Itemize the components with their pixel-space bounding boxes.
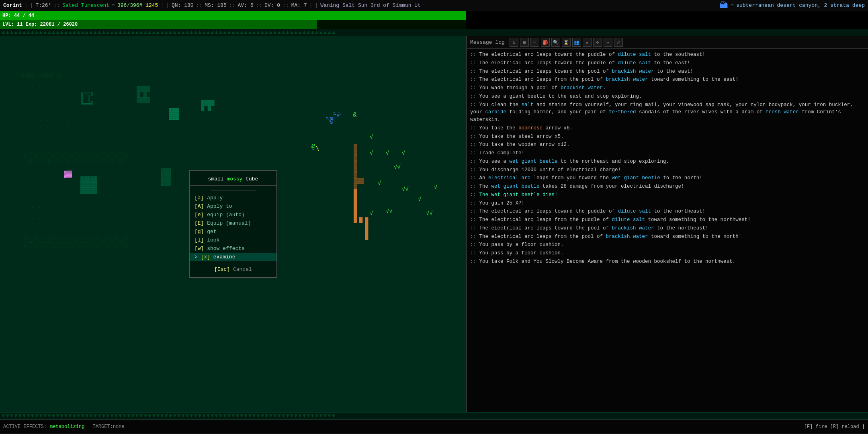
context-equipauto-label: equip (auto) [207, 212, 245, 218]
context-applyto-key: [A] [194, 203, 204, 209]
msg-13: :: You discharge 12000 units of electric… [470, 166, 865, 174]
context-equipmanual-label: Equip (manual) [207, 220, 251, 226]
msg-4: :: The electrical arc leaps from the poo… [470, 76, 865, 84]
msg-3: :: The electrical arc leaps toward the p… [470, 68, 865, 76]
toolbar-icon-hourglass[interactable]: ⌛ [562, 38, 571, 47]
context-equipauto-key: [e] [194, 212, 204, 218]
msg-6: :: You see a giant beetle to the east an… [470, 93, 865, 100]
map-border-top: ▲▲▲▲▲▲▲▲▲▲▲▲▲▲▲▲▲▲▲▲▲▲▲▲▲▲▲▲▲▲▲▲▲▲▲▲▲▲▲▲… [0, 29, 868, 36]
context-examine-key: [x] [201, 254, 210, 260]
hp-bar: HP: 44 / 44 [0, 11, 466, 20]
toolbar-icon-expand[interactable]: ⤢ [614, 38, 623, 47]
msg-21: :: The electrical arc leaps from the poo… [470, 233, 865, 241]
toolbar-icon-star[interactable]: ★ [583, 38, 592, 47]
context-examine[interactable]: > [x] examine [190, 253, 276, 261]
context-title-color-word: mossy [227, 176, 242, 182]
context-cancel[interactable]: [Esc] Cancel [190, 265, 276, 274]
effects-value: metabolizing [50, 424, 84, 430]
sep6: | [166, 2, 169, 8]
sep8: :: [229, 2, 235, 8]
msg-9: :: You take the steel arrow x5. [470, 133, 865, 141]
ms-stat: MS: 185 [205, 2, 227, 8]
sep12: | [315, 2, 318, 8]
context-examine-label: examine [213, 254, 235, 260]
msg-18: :: The electrical arc leaps toward the p… [470, 208, 865, 215]
message-log-title: Message log [470, 39, 505, 45]
effects-target-value: none [113, 424, 125, 430]
game-viewport: ░░░▒▒░░░▒▒▒░░░ ▒░▒░░▒░▒░░▒▒░░ · · · · · … [0, 36, 466, 412]
location-text: subterranean desert canyon, 2 strata dee… [736, 2, 865, 8]
hp-bar-fill [0, 11, 466, 20]
sep11: | [309, 2, 313, 8]
top-status-bar: Corint | | T:26° :: Sated Tumescent = 39… [0, 0, 868, 11]
sep13: = [731, 2, 734, 8]
toolbar-icon-refresh[interactable]: ↻ [510, 38, 518, 47]
msg-12: :: You see a wet giant beetle to the nor… [470, 158, 865, 166]
ma-stat: MA: 7 [291, 2, 307, 8]
context-apply-label: apply [207, 195, 223, 201]
location-icon: 🏔 [719, 0, 728, 11]
context-bottom-divider [190, 263, 276, 263]
sep4: = [112, 2, 115, 8]
msg-16: :: The wet giant beetle dies! [470, 191, 865, 199]
sep1: | [25, 2, 28, 8]
sep9: :: [256, 2, 262, 8]
context-look-key: [l] [194, 237, 204, 243]
context-cancel-key: [Esc] [214, 266, 230, 272]
sep3: :: [53, 2, 60, 8]
message-log-content[interactable]: :: The electrical arc leaps toward the p… [467, 49, 868, 412]
context-menu: small mossy tube ───────────────── [a] a… [189, 170, 277, 278]
context-get[interactable]: [g] get [190, 227, 276, 236]
context-look-label: look [207, 237, 219, 243]
message-log-toolbar: Message log ↻ ▦ ☺ 🎒 🔍 ⌛ 👥 ★ ⚙ ⇔ ⤢ [467, 36, 868, 49]
context-title-suffix: tube [242, 176, 258, 182]
context-equipmanual-key: [E] [194, 220, 204, 226]
msg-23: :: You pass by a floor cushion. [470, 250, 865, 257]
status-effect: Sated Tumescent [62, 2, 109, 8]
xp-bar-text: LVL: 11 Exp: 22081 / 26020 [2, 22, 78, 27]
toolbar-icon-arrows[interactable]: ⇔ [604, 38, 612, 47]
context-examine-arrow: > [194, 254, 198, 260]
av-stat: AV: 5 [237, 2, 253, 8]
effects-label: ACTIVE EFFECTS: [3, 424, 47, 430]
toolbar-icon-search[interactable]: 🔍 [551, 38, 560, 47]
hp-display: 396/396# 1245 [117, 2, 158, 8]
player-name: Corint [3, 2, 22, 8]
context-get-label: get [207, 229, 216, 235]
context-show-effects[interactable]: [w] show effects [190, 244, 276, 253]
toolbar-icon-people[interactable]: 👥 [572, 38, 581, 47]
context-applyto-label: Apply to [207, 203, 232, 209]
fire-reload-label: [F] fire [R] reload | [804, 424, 865, 430]
context-look[interactable]: [l] look [190, 236, 276, 244]
msg-24: :: You take Folk and You Slowly Become A… [470, 258, 865, 266]
msg-17: :: You gain 25 XP! [470, 200, 865, 207]
context-apply[interactable]: [a] apply [190, 194, 276, 202]
map-border-bottom-chars: ▼▼▼▼▼▼▼▼▼▼▼▼▼▼▼▼▼▼▼▼▼▼▼▼▼▼▼▼▼▼▼▼▼▼▼▼▼▼▼▼… [2, 413, 336, 419]
context-equip-auto[interactable]: [e] equip (auto) [190, 211, 276, 219]
context-apply-to[interactable]: [A] Apply to [190, 202, 276, 211]
msg-10: :: You take the wooden arrow x12. [470, 141, 865, 149]
toolbar-icon-inv[interactable]: 🎒 [541, 38, 550, 47]
sep2: | [30, 2, 33, 8]
toolbar-icon-grid[interactable]: ▦ [520, 38, 529, 47]
toolbar-icon-gear[interactable]: ⚙ [593, 38, 602, 47]
context-apply-key: [a] [194, 195, 204, 201]
msg-2: :: The electrical arc leaps toward the p… [470, 59, 865, 67]
context-divider-line: ───────────────── [190, 187, 276, 194]
xp-bar: LVL: 11 Exp: 22081 / 26020 [0, 20, 466, 29]
context-menu-title: small mossy tube [190, 174, 276, 186]
msg-1: :: The electrical arc leaps toward the p… [470, 51, 865, 59]
context-get-key: [g] [194, 229, 204, 235]
hp-bar-text: HP: 44 / 44 [2, 13, 34, 18]
sep10: :: [283, 2, 289, 8]
qn-stat: QN: 180 [172, 2, 194, 8]
context-cancel-label: Cancel [233, 266, 252, 272]
context-equip-manual[interactable]: [E] Equip (manual) [190, 219, 276, 227]
toolbar-icon-char[interactable]: ☺ [530, 38, 539, 47]
msg-5: :: You wade through a pool of brackish w… [470, 84, 865, 92]
msg-14: :: An electrical arc leaps from you towa… [470, 174, 865, 182]
msg-20: :: The electrical arc leaps toward the p… [470, 225, 865, 232]
main-layout: ░░░▒▒░░░▒▒▒░░░ ▒░▒░░▒░▒░░▒▒░░ · · · · · … [0, 36, 868, 412]
msg-15: :: The wet giant beetle takes 28 damage … [470, 183, 865, 190]
msg-11: :: Trade complete! [470, 149, 865, 157]
